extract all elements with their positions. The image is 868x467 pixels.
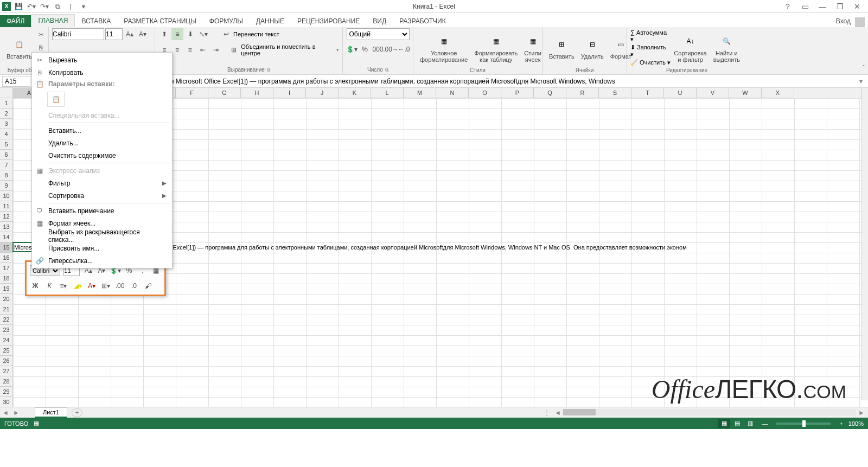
hscroll-left[interactable]: ◄ <box>553 409 562 417</box>
cell-styles-button[interactable]: ▦Стили ячеек <box>521 31 545 64</box>
row-header[interactable]: 10 <box>0 191 13 201</box>
col-header[interactable]: I <box>273 88 306 98</box>
row-header[interactable]: 3 <box>0 119 13 129</box>
col-header[interactable]: G <box>208 88 241 98</box>
increase-indent-button[interactable]: ⇥ <box>210 44 222 56</box>
col-header[interactable]: P <box>501 88 534 98</box>
mini-fill-color[interactable]: ◢▾ <box>72 280 83 291</box>
close-button[interactable]: ✕ <box>851 1 864 12</box>
select-all-corner[interactable] <box>0 88 13 98</box>
find-select-button[interactable]: 🔍Найти и выделить <box>710 31 743 64</box>
mini-borders[interactable]: ⊞▾ <box>100 280 111 291</box>
alignment-launcher[interactable]: ⧉ <box>267 67 270 73</box>
col-header[interactable]: X <box>762 88 794 98</box>
row-header[interactable]: 21 <box>0 304 13 315</box>
ctx-copy[interactable]: ⎘Копировать <box>32 66 172 79</box>
ctx-pick-from-list[interactable]: Выбрать из раскрывающегося списка... <box>32 229 172 242</box>
increase-font-button[interactable]: A▴ <box>124 28 136 40</box>
mini-format-painter[interactable]: 🖌 <box>143 280 154 291</box>
sheet-nav-prev[interactable]: ◄ <box>0 409 11 417</box>
decrease-decimal-button[interactable]: ←.0 <box>398 43 410 55</box>
wrap-text-button[interactable]: ↩ <box>220 28 232 40</box>
row-header[interactable]: 24 <box>0 335 13 346</box>
comma-button[interactable]: 000 <box>372 43 384 55</box>
delete-cells-button[interactable]: ⊟Удалить <box>578 35 607 61</box>
expand-formula-bar[interactable]: ▾ <box>859 78 868 85</box>
ctx-cut[interactable]: ✂Вырезать <box>32 54 172 66</box>
col-header[interactable]: L <box>371 88 404 98</box>
hscroll-thumb[interactable] <box>563 409 596 415</box>
collapse-ribbon-button[interactable]: ˆ <box>863 65 865 72</box>
row-header[interactable]: 14 <box>0 232 13 242</box>
save-button[interactable]: 💾 <box>13 1 24 12</box>
hscroll-right[interactable]: ► <box>857 409 866 417</box>
row-header[interactable]: 7 <box>0 160 13 170</box>
view-page-layout[interactable]: ▤ <box>731 419 743 428</box>
row-header[interactable]: 9 <box>0 181 13 191</box>
row-header[interactable]: 16 <box>0 253 13 263</box>
decrease-font-button[interactable]: A▾ <box>137 28 149 40</box>
name-box[interactable] <box>2 76 30 87</box>
ribbon-display-options[interactable]: ▭ <box>799 1 812 12</box>
font-name-input[interactable] <box>52 28 104 40</box>
col-header[interactable]: N <box>436 88 469 98</box>
col-header[interactable]: K <box>339 88 371 98</box>
tab-home[interactable]: ГЛАВНАЯ <box>31 14 75 27</box>
insert-cells-button[interactable]: ⊞Вставить <box>546 35 578 61</box>
ctx-clear[interactable]: Очистить содержимое <box>32 149 172 162</box>
tab-insert[interactable]: ВСТАВКА <box>75 15 117 27</box>
col-header[interactable]: Q <box>534 88 566 98</box>
fill-button[interactable]: ⬇ Заполнить ▾ <box>630 44 671 58</box>
ctx-insert-comment[interactable]: 🗨Вставить примечание <box>32 204 172 217</box>
qat-customize[interactable]: ▾ <box>78 1 89 12</box>
row-header[interactable]: 22 <box>0 315 13 325</box>
col-header[interactable]: V <box>697 88 729 98</box>
align-middle-button[interactable]: ≡ <box>171 28 183 40</box>
user-avatar[interactable] <box>855 17 865 27</box>
row-header[interactable]: 6 <box>0 150 13 160</box>
percent-button[interactable]: % <box>359 43 371 55</box>
row-header[interactable]: 23 <box>0 325 13 335</box>
mini-italic[interactable]: К <box>44 280 55 291</box>
tab-formulas[interactable]: ФОРМУЛЫ <box>203 15 250 27</box>
col-header[interactable]: S <box>599 88 631 98</box>
zoom-slider[interactable] <box>776 423 831 425</box>
row-header[interactable]: 30 <box>0 397 13 407</box>
col-header[interactable]: O <box>469 88 501 98</box>
row-header[interactable]: 17 <box>0 263 13 273</box>
tab-developer[interactable]: РАЗРАБОТЧИК <box>393 15 452 27</box>
col-header[interactable]: U <box>664 88 697 98</box>
undo-button[interactable]: ↶▾ <box>26 1 37 12</box>
row-header[interactable]: 11 <box>0 201 13 212</box>
row-header[interactable]: 29 <box>0 387 13 397</box>
row-header[interactable]: 25 <box>0 346 13 356</box>
decrease-indent-button[interactable]: ⇤ <box>197 44 209 56</box>
col-header[interactable]: W <box>729 88 762 98</box>
row-header[interactable]: 8 <box>0 170 13 181</box>
touch-mode-button[interactable]: ⧉ <box>52 1 63 12</box>
font-size-input[interactable] <box>105 28 123 40</box>
col-header[interactable]: F <box>176 88 208 98</box>
align-bottom-button[interactable]: ⬇ <box>184 28 196 40</box>
view-normal[interactable]: ▦ <box>718 419 730 428</box>
col-header[interactable]: H <box>241 88 273 98</box>
help-button[interactable]: ? <box>781 1 794 12</box>
tab-page-layout[interactable]: РАЗМЕТКА СТРАНИЦЫ <box>117 15 203 27</box>
mini-bold[interactable]: Ж <box>30 280 41 291</box>
add-sheet-button[interactable]: + <box>72 408 82 417</box>
row-header[interactable]: 27 <box>0 366 13 376</box>
hscroll-track[interactable] <box>563 409 856 415</box>
col-header[interactable]: J <box>306 88 339 98</box>
ctx-sort[interactable]: Сортировка▶ <box>32 189 172 202</box>
zoom-in-button[interactable]: + <box>839 420 843 427</box>
paste-button[interactable]: 📋 Вставить <box>3 35 35 61</box>
cut-button[interactable]: ✂ <box>35 29 47 41</box>
view-page-break[interactable]: ▥ <box>744 419 756 428</box>
merge-button[interactable]: ⊞ <box>228 44 240 56</box>
mini-decrease-decimal[interactable]: .0 <box>129 280 139 291</box>
redo-button[interactable]: ↷▾ <box>39 1 50 12</box>
row-header[interactable]: 1 <box>0 98 13 108</box>
sort-filter-button[interactable]: A↓Сортировка и фильтр <box>671 31 710 64</box>
conditional-format-button[interactable]: ▦Условное форматирование <box>417 31 471 64</box>
row-header[interactable]: 5 <box>0 139 13 150</box>
